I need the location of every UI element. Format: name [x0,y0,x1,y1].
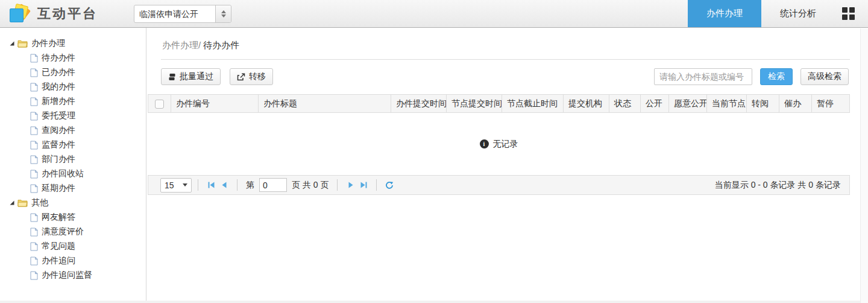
file-icon [30,141,38,150]
page-label-suffix: 页 共 0 页 [292,180,329,191]
select-all-checkbox[interactable] [155,100,164,109]
pager-separator [376,179,377,191]
col-current-node[interactable]: 当前节点 [707,95,747,113]
refresh-button[interactable] [383,179,396,192]
first-page-button[interactable] [204,179,218,192]
batch-approve-label: 批量通过 [180,71,213,82]
col-willing-public[interactable]: 愿意公开 [669,95,707,113]
grid-header-row: 办件编号 办件标题 办件提交时间 节点提交时间 节点截止时间 提交机构 状态 公… [148,95,850,113]
select-spinner-icon [215,5,231,22]
sidebar-item-entrusted-acceptance[interactable]: 委托受理 [0,109,146,123]
batch-approve-button[interactable]: 批量通过 [161,68,221,85]
col-urge[interactable]: 催办 [779,95,812,113]
tree-item-label: 查阅办件 [42,125,75,136]
tree-item-label: 委托受理 [42,110,75,121]
tree-item-label: 满意度评价 [42,226,84,237]
file-icon [30,97,38,106]
folder-icon [17,199,28,207]
pager-separator [198,179,198,191]
search-cluster: 检索 高级检索 [654,68,849,85]
file-icon [30,155,38,164]
next-page-button[interactable] [344,179,357,192]
file-icon [30,213,38,222]
sidebar-item-completed-cases[interactable]: 已办办件 [0,65,146,80]
page-number-input[interactable] [259,178,287,192]
pagination-bar: 15 第 页 共 0 页 [148,175,850,195]
col-node-submit-time[interactable]: 节点提交时间 [447,95,502,113]
cases-grid: 办件编号 办件标题 办件提交时间 节点提交时间 节点截止时间 提交机构 状态 公… [148,94,850,175]
col-node-deadline[interactable]: 节点截止时间 [502,95,564,113]
tab-case-handling[interactable]: 办件办理 [688,0,761,27]
breadcrumb-parent: 办件办理/ [162,40,201,50]
transfer-button[interactable]: 转移 [230,68,273,85]
file-icon [30,242,38,251]
sidebar-group-case-handling[interactable]: 办件办理 [0,36,146,51]
tree-expanded-icon [10,200,14,205]
last-page-button[interactable] [357,179,370,192]
col-pause[interactable]: 暂停 [812,95,850,113]
sidebar-item-netizen-answers[interactable]: 网友解答 [0,210,146,225]
sidebar-group-other[interactable]: 其他 [0,196,146,210]
col-public[interactable]: 公开 [641,95,669,113]
breadcrumb: 办件办理/ 待办办件 [146,28,868,51]
tree-item-label: 已办办件 [42,67,75,78]
export-arrow-icon [237,73,245,81]
page-label-prefix: 第 [246,180,254,191]
tree-item-label: 待办办件 [42,53,75,63]
sidebar-item-satisfaction-rating[interactable]: 满意度评价 [0,225,146,239]
file-icon [30,83,38,92]
tree-item-label: 办件追问监督 [42,270,92,281]
col-submit-org[interactable]: 提交机构 [564,95,609,113]
sidebar-item-my-cases[interactable]: 我的办件 [0,80,146,94]
sidebar-item-case-recycle-bin[interactable]: 办件回收站 [0,167,146,181]
col-case-submit-time[interactable]: 办件提交时间 [391,95,447,113]
sidebar-item-deferred-cases[interactable]: 延期办件 [0,181,146,196]
tree-expanded-icon [10,41,14,46]
stacked-sheets-icon [168,73,176,81]
sidebar-item-supervise-cases[interactable]: 监督办件 [0,138,146,152]
app-logo-icon [8,4,31,24]
tab-statistics[interactable]: 统计分析 [761,0,835,27]
col-case-number[interactable]: 办件编号 [171,95,259,113]
file-icon [30,126,38,135]
file-icon [30,68,38,77]
file-icon [30,170,38,179]
top-header: 互动平台 临淄依申请公开 办件办理 统计分析 [0,0,868,28]
folder-icon [17,39,28,48]
col-forward-read[interactable]: 转阅 [747,95,779,113]
empty-message: i 无记录 [480,139,518,150]
apps-grid-icon[interactable] [842,7,855,20]
sidebar-item-case-followup[interactable]: 办件追问 [0,254,146,268]
transfer-label: 转移 [249,71,266,82]
col-status[interactable]: 状态 [609,95,641,113]
col-case-title[interactable]: 办件标题 [259,95,391,113]
advanced-search-button[interactable]: 高级检索 [800,68,849,85]
sidebar-item-review-cases[interactable]: 查阅办件 [0,123,146,138]
horizontal-scrollbar[interactable] [0,301,860,303]
prev-page-button[interactable] [218,179,231,192]
search-button[interactable]: 检索 [760,68,793,85]
empty-text: 无记录 [493,139,518,150]
toolbar: 批量通过 转移 检索 高级检索 [146,60,868,94]
tree-item-label: 我的办件 [42,81,75,92]
sidebar-tree: 办件办理 待办办件 已办办件 我的办件 新增办件 委托受理 查阅办件 监督办 [0,28,146,303]
sidebar-item-pending-cases[interactable]: 待办办件 [0,51,146,65]
pager-separator [237,179,237,191]
sidebar-item-faq[interactable]: 常见问题 [0,239,146,254]
last-page-icon [360,181,368,189]
sidebar-item-case-followup-supervision[interactable]: 办件追问监督 [0,268,146,282]
site-select-value: 临淄依申请公开 [134,5,215,22]
sidebar-item-department-cases[interactable]: 部门办件 [0,152,146,167]
next-page-icon [347,181,354,189]
file-icon [30,184,38,193]
sidebar-item-new-case[interactable]: 新增办件 [0,94,146,109]
tree-item-label: 部门办件 [42,154,75,165]
site-select[interactable]: 临淄依申请公开 [134,5,231,23]
page-size-value: 15 [165,180,174,190]
search-input[interactable] [654,68,752,85]
tree-group-label: 办件办理 [31,38,65,49]
vertical-scrollbar[interactable] [860,28,868,303]
file-icon [30,112,38,121]
app-title: 互动平台 [37,5,98,23]
page-size-select[interactable]: 15 [160,178,192,193]
